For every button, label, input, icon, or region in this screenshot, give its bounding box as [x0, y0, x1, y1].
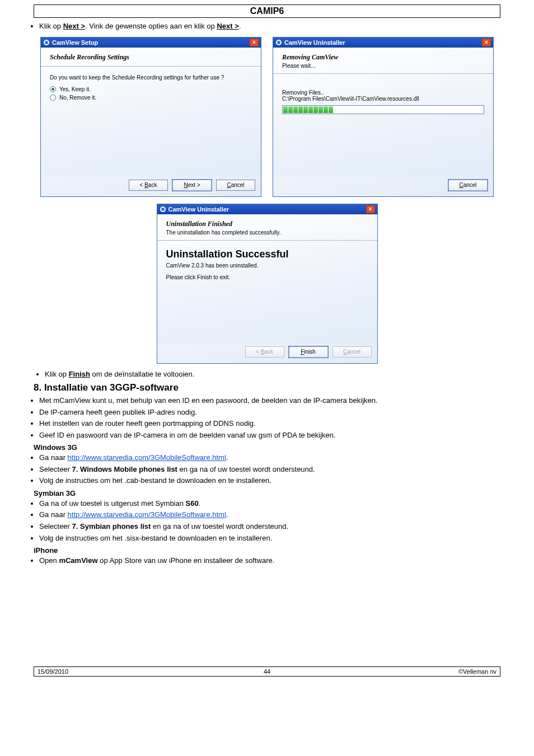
- next-literal-2: Next >: [217, 22, 238, 30]
- dialog-heading: Removing CamView: [282, 53, 484, 62]
- page-title: CAMIP6: [34, 4, 500, 18]
- titlebar: CamView Uninstaller ×: [273, 37, 493, 48]
- text: en ga na of uw toestel wordt ondersteund…: [151, 522, 288, 530]
- bold-text: 7. Symbian phones list: [72, 522, 151, 530]
- list-item: Ga naar http://www.starvedia.com/3GMobil…: [39, 510, 523, 520]
- window-body: Uninstallation Finished The uninstallati…: [157, 214, 377, 343]
- instruction-list-1: Klik op Next >. Vink de gewenste opties …: [11, 21, 523, 31]
- list-item: Selecteer 7. Symbian phones list en ga n…: [39, 522, 523, 532]
- text: Selecteer: [39, 465, 72, 473]
- button-row: Cancel: [273, 176, 493, 196]
- dialog-sub: Please wait...: [282, 63, 484, 69]
- text: Ga na of uw toestel is uitgerust met Sym…: [39, 499, 186, 508]
- status-text: Removing Files..: [282, 90, 484, 96]
- app-icon: [275, 39, 282, 46]
- link-starvedia-2[interactable]: http://www.starvedia.com/3GMobileSoftwar…: [68, 510, 226, 519]
- footer-page-number: 44: [34, 668, 500, 675]
- text: .: [226, 510, 228, 519]
- radio-icon[interactable]: [50, 95, 56, 101]
- progress-bar: [282, 105, 484, 114]
- dialog-heading: Uninstallation Finished: [166, 220, 368, 228]
- text: Klik op: [39, 22, 63, 30]
- dialog-heading: Schedule Recording Settings: [50, 53, 252, 62]
- cancel-button[interactable]: Cancel: [216, 180, 255, 191]
- finish-button[interactable]: Finish: [289, 346, 328, 358]
- iphone-heading: iPhone: [34, 546, 523, 555]
- text: Klik op: [45, 370, 69, 378]
- instruction-next: Klik op Next >. Vink de gewenste opties …: [39, 21, 523, 31]
- list-item: Open mCamView op App Store van uw iPhone…: [39, 556, 523, 566]
- text: . Vink de gewenste opties aan en klik op: [85, 22, 217, 30]
- camview-remove-window: CamView Uninstaller × Removing CamView P…: [273, 37, 494, 197]
- list-item: Met mCamView kunt u, met behulp van een …: [39, 396, 523, 406]
- window-title: CamView Setup: [52, 39, 98, 46]
- list-item: Volg de instructies om het .sisx-bestand…: [39, 533, 523, 543]
- list-item: Ga na of uw toestel is uitgerust met Sym…: [39, 499, 523, 509]
- cancel-button: Cancel: [332, 346, 372, 358]
- svg-point-1: [45, 41, 48, 44]
- text: om de deïnstallatie te voltooien.: [90, 370, 194, 378]
- titlebar: CamView Setup ×: [41, 37, 261, 48]
- close-icon[interactable]: ×: [482, 39, 491, 46]
- bold-text: S60: [186, 499, 199, 508]
- text: Selecteer: [39, 522, 72, 530]
- figure-row-2: CamView Uninstaller × Uninstallation Fin…: [11, 201, 523, 369]
- back-button: < Back: [245, 346, 284, 358]
- window-body: Removing CamView Please wait... Removing…: [273, 48, 493, 176]
- page-footer: 15/09/2010 44 ©Velleman nv: [34, 666, 500, 677]
- list-item: Ga naar http://www.starvedia.com/3GMobil…: [39, 453, 523, 463]
- instruction-list-2: Klik op Finish om de deïnstallatie te vo…: [11, 369, 523, 379]
- windows-3g-heading: Windows 3G: [34, 443, 523, 452]
- list-item: Selecteer 7. Windows Mobile phones list …: [39, 464, 523, 475]
- option-no-label: No, Remove it.: [59, 95, 96, 101]
- success-line-2: CamView 2.0.3 has been uninstalled.: [166, 262, 368, 269]
- app-icon: [43, 39, 50, 46]
- close-icon[interactable]: ×: [250, 39, 259, 46]
- finish-literal: Finish: [69, 370, 90, 378]
- figure-row-1: CamView Setup × Schedule Recording Setti…: [11, 35, 523, 201]
- next-literal: Next >: [63, 22, 85, 30]
- text: .: [226, 453, 228, 462]
- windows-3g-list: Ga naar http://www.starvedia.com/3GMobil…: [11, 453, 523, 486]
- button-row: < Back Finish Cancel: [157, 343, 377, 363]
- section-8-heading: 8. Installatie van 3GGP-software: [34, 382, 523, 393]
- button-row: < Back Next > Cancel: [41, 176, 261, 196]
- text: en ga na of uw toestel wordt ondersteund…: [177, 465, 315, 473]
- camview-finished-window: CamView Uninstaller × Uninstallation Fin…: [157, 204, 378, 364]
- bold-text: mCamView: [59, 556, 97, 565]
- camview-setup-window: CamView Setup × Schedule Recording Setti…: [40, 37, 261, 197]
- window-title: CamView Uninstaller: [284, 39, 345, 46]
- dialog-sub: The uninstallation has completed success…: [166, 229, 368, 236]
- radio-icon[interactable]: [50, 86, 56, 92]
- text: Ga naar: [39, 510, 68, 519]
- window-title: CamView Uninstaller: [168, 206, 229, 213]
- option-no[interactable]: No, Remove it.: [50, 95, 252, 101]
- success-line-3: Please click Finish to exit.: [166, 274, 368, 280]
- symbian-3g-list: Ga na of uw toestel is uitgerust met Sym…: [11, 499, 523, 543]
- cancel-button[interactable]: Cancel: [448, 180, 488, 191]
- list-item: Het instellen van de router heeft geen p…: [39, 419, 523, 429]
- svg-point-3: [277, 41, 280, 44]
- text: .: [199, 499, 201, 508]
- text: Ga naar: [39, 453, 68, 462]
- option-yes-label: Yes, Keep it.: [59, 86, 91, 92]
- file-path: C:\Program Files\CamView\it-IT\CamView.r…: [282, 96, 484, 102]
- link-starvedia-1[interactable]: http://www.starvedia.com/3GMobileSoftwar…: [68, 453, 226, 462]
- list-item: Geef ID en paswoord van de IP-camera in …: [39, 430, 523, 440]
- instruction-finish: Klik op Finish om de deïnstallatie te vo…: [45, 369, 523, 379]
- bold-text: 7. Windows Mobile phones list: [72, 465, 177, 473]
- text: .: [239, 22, 241, 30]
- back-button[interactable]: < Back: [129, 180, 168, 191]
- symbian-3g-heading: Symbian 3G: [34, 489, 523, 497]
- text: Open: [39, 556, 59, 565]
- success-heading: Uninstallation Successful: [166, 248, 368, 260]
- svg-point-5: [161, 208, 165, 211]
- section-8-list: Met mCamView kunt u, met behulp van een …: [11, 396, 523, 440]
- list-item: Volg de instructies om het .cab-bestand …: [39, 476, 523, 486]
- next-button[interactable]: Next >: [172, 180, 212, 191]
- window-body: Schedule Recording Settings Do you want …: [41, 48, 261, 176]
- iphone-list: Open mCamView op App Store van uw iPhone…: [11, 556, 523, 566]
- close-icon[interactable]: ×: [366, 205, 375, 213]
- list-item: De IP-camera heeft geen publiek IP-adres…: [39, 407, 523, 417]
- option-yes[interactable]: Yes, Keep it.: [50, 86, 252, 92]
